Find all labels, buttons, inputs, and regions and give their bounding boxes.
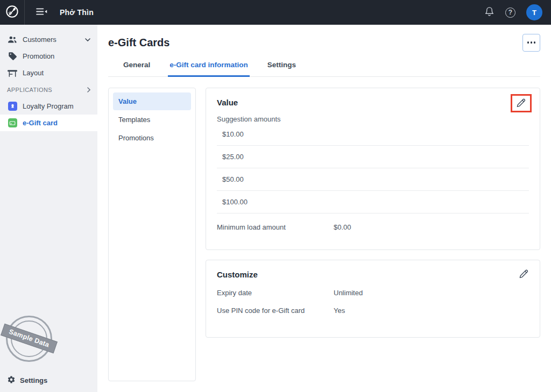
chevron-down-icon (85, 38, 90, 41)
topbar: Phở Thìn ? T (0, 0, 551, 25)
amount-row: $50.00 (217, 168, 529, 191)
sidebar-item-label: Loyalty Program (23, 102, 74, 110)
help-icon: ? (505, 8, 515, 18)
expiry-date-value: Unlimited (334, 289, 363, 297)
minimum-load-value: $0.00 (334, 223, 351, 231)
sidebar-section-applications[interactable]: APPLICATIONS (0, 82, 97, 98)
pencil-icon (516, 98, 526, 110)
ellipsis-icon (527, 41, 529, 44)
sidebar-item-egift-card[interactable]: e-Gift card (0, 115, 97, 131)
minimum-load-label: Minimum load amount (217, 223, 334, 231)
annotation-highlight-box (511, 94, 532, 112)
sidebar: Customers Promotion Layout (0, 25, 97, 392)
suggestion-amounts-list: $10.00 $25.00 $50.00 $100.00 (217, 123, 529, 213)
main-content: e-Gift Cards General e-Gift card informa… (97, 25, 551, 392)
help-button[interactable]: ? (505, 8, 515, 18)
loyalty-medal-icon (8, 102, 17, 111)
sidebar-item-layout[interactable]: Layout (0, 65, 97, 81)
sidebar-item-label: Layout (23, 69, 44, 77)
page-title: e-Gift Cards (108, 37, 169, 49)
sidebar-item-promotion[interactable]: Promotion (0, 48, 97, 65)
value-card: Value Suggestion amounts (206, 88, 540, 250)
amount-row: $25.00 (217, 146, 529, 168)
storefront-icon (7, 69, 18, 77)
topbar-actions: ? T (474, 4, 551, 20)
store-name: Phở Thìn (60, 8, 94, 17)
subnav-item-templates[interactable]: Templates (113, 111, 191, 129)
collapse-sidebar-icon (36, 8, 47, 18)
section-subnav: Value Templates Promotions (108, 88, 196, 381)
customize-card: Customize Expiry date (206, 260, 540, 338)
edit-customize-button[interactable] (519, 269, 529, 281)
sidebar-item-label: Settings (20, 376, 47, 384)
subnav-item-value[interactable]: Value (113, 92, 191, 110)
value-card-title: Value (217, 98, 529, 107)
chevron-right-icon (87, 87, 90, 92)
amount-row: $10.00 (217, 123, 529, 146)
gear-icon (7, 375, 16, 386)
tab-egift-card-information[interactable]: e-Gift card information (168, 61, 250, 77)
restaurant-logo-icon (5, 4, 19, 21)
expiry-date-row: Expiry date Unlimited (217, 289, 529, 297)
user-avatar[interactable]: T (526, 4, 542, 20)
gift-card-icon (8, 118, 17, 127)
page-header: e-Gift Cards (108, 33, 540, 52)
app-logo[interactable] (0, 0, 25, 25)
tab-settings[interactable]: Settings (266, 61, 298, 77)
users-icon (7, 35, 18, 44)
amount-row: $100.00 (217, 191, 529, 213)
sidebar-item-loyalty-program[interactable]: Loyalty Program (0, 98, 97, 115)
subnav-item-promotions[interactable]: Promotions (113, 129, 191, 147)
pin-code-row: Use PIN code for e-Gift card Yes (217, 307, 529, 315)
notifications-button[interactable] (484, 6, 495, 19)
sidebar-item-settings[interactable]: Settings (0, 372, 97, 389)
pin-code-label: Use PIN code for e-Gift card (217, 307, 334, 315)
pencil-icon (519, 269, 529, 281)
pin-code-value: Yes (334, 307, 345, 315)
sidebar-item-customers[interactable]: Customers (0, 31, 97, 48)
minimum-load-row: Minimum load amount $0.00 (217, 223, 529, 231)
sidebar-item-label: Customers (23, 35, 56, 44)
more-actions-button[interactable] (522, 34, 540, 52)
section-label: APPLICATIONS (7, 87, 52, 93)
edit-value-button[interactable] (516, 98, 526, 110)
suggestion-amounts-label: Suggestion amounts (217, 115, 529, 123)
customize-card-title: Customize (217, 270, 529, 279)
sample-data-stamp: Sample Data (6, 316, 52, 362)
sidebar-item-label: e-Gift card (23, 119, 58, 127)
sidebar-item-label: Promotion (23, 52, 54, 60)
tag-icon (7, 52, 18, 61)
tab-bar: General e-Gift card information Settings (108, 61, 540, 77)
collapse-sidebar-button[interactable] (36, 8, 47, 18)
tab-general[interactable]: General (122, 61, 152, 77)
bell-icon (484, 6, 495, 19)
expiry-date-label: Expiry date (217, 289, 334, 297)
